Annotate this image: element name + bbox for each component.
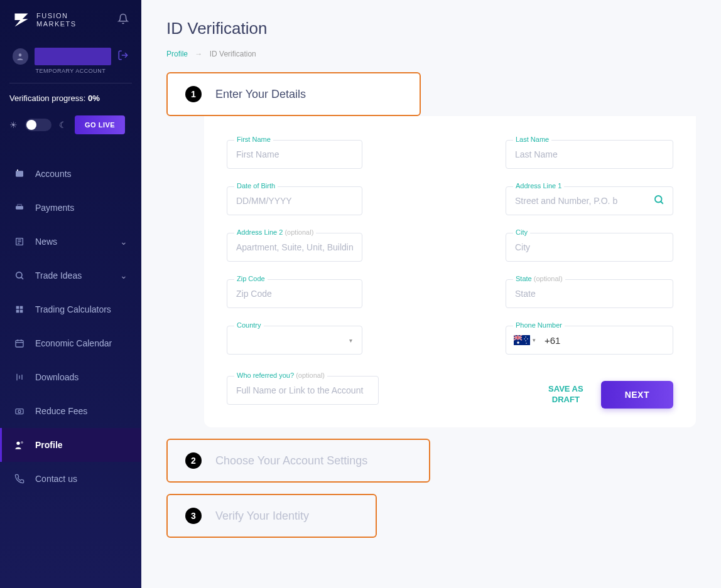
svg-point-33 — [525, 340, 526, 341]
svg-rect-11 — [16, 306, 19, 309]
svg-point-26 — [655, 196, 662, 203]
svg-point-9 — [16, 272, 22, 278]
logo-icon — [13, 11, 30, 29]
avatar — [13, 48, 28, 65]
sidebar-header: FUSIONMARKETS — [0, 0, 141, 40]
breadcrumb: Profile → ID Verification — [166, 50, 696, 58]
step-number: 1 — [185, 86, 202, 102]
field-label: Address Line 1 — [513, 182, 564, 190]
main-content: ID Verification Profile → ID Verificatio… — [141, 0, 721, 588]
nav-payments[interactable]: Payments — [0, 191, 141, 225]
address2-input[interactable] — [227, 233, 362, 262]
phone-country-selector[interactable]: ▾ — [510, 335, 539, 345]
zip-input[interactable] — [227, 279, 362, 308]
svg-rect-2 — [16, 171, 23, 176]
nav-label: Profile — [35, 440, 63, 450]
country-select[interactable] — [227, 326, 362, 355]
svg-point-35 — [526, 343, 527, 344]
form-panel: First Name Last Name Date of Birth Addre… — [204, 116, 696, 427]
nav-label: Contact us — [35, 474, 77, 484]
city-input[interactable] — [506, 233, 673, 262]
first-name-input[interactable] — [227, 140, 362, 169]
state-input[interactable] — [506, 279, 673, 308]
svg-rect-4 — [16, 206, 23, 209]
svg-point-34 — [524, 338, 525, 339]
last-name-input[interactable] — [506, 140, 673, 169]
nav-contact-us[interactable]: Contact us — [0, 462, 141, 496]
sidebar: FUSIONMARKETS TEMPORARY ACCOUNT Verifica… — [0, 0, 141, 588]
sun-icon: ☀ — [9, 120, 18, 130]
svg-point-0 — [19, 53, 22, 56]
step-title: Enter Your Details — [215, 88, 306, 101]
svg-rect-22 — [16, 409, 23, 414]
notifications-icon[interactable] — [117, 13, 129, 27]
breadcrumb-profile[interactable]: Profile — [166, 50, 188, 58]
moon-icon: ☾ — [59, 120, 67, 130]
phone-field: Phone Number ▾ — [506, 326, 673, 355]
step-1-header: 1 Enter Your Details — [166, 72, 421, 116]
nav-label: Reduce Fees — [35, 406, 87, 416]
svg-point-30 — [517, 341, 519, 344]
dob-input[interactable] — [227, 186, 362, 215]
svg-point-24 — [16, 442, 19, 445]
nav-label: Downloads — [35, 372, 79, 382]
svg-point-23 — [18, 410, 21, 413]
address2-field: Address Line 2 (optional) — [227, 233, 362, 262]
go-live-button[interactable]: GO LIVE — [75, 115, 125, 134]
logout-icon[interactable] — [117, 50, 129, 63]
svg-line-10 — [21, 277, 23, 279]
field-label: Zip Code — [234, 275, 268, 282]
first-name-field: First Name — [227, 140, 362, 169]
dob-field: Date of Birth — [227, 186, 362, 215]
nav-reduce-fees[interactable]: Reduce Fees — [0, 394, 141, 428]
svg-line-27 — [661, 201, 663, 204]
address1-field: Address Line 1 — [506, 186, 673, 215]
step-2-header[interactable]: 2 Choose Your Account Settings — [166, 439, 430, 483]
svg-rect-15 — [16, 340, 23, 347]
nav-label: Payments — [35, 203, 74, 213]
nav-label: Economic Calendar — [35, 338, 112, 348]
mode-row: ☀ ☾ GO LIVE — [0, 110, 141, 146]
nav-trade-ideas[interactable]: Trade Ideas ⌄ — [0, 259, 141, 292]
field-label: State (optional) — [513, 275, 565, 282]
field-label: City — [513, 228, 530, 236]
svg-rect-13 — [16, 310, 19, 313]
state-field: State (optional) — [506, 279, 673, 308]
next-button[interactable]: NEXT — [601, 381, 673, 409]
logo[interactable]: FUSIONMARKETS — [13, 11, 77, 29]
referral-input[interactable] — [227, 376, 379, 405]
downloads-icon — [14, 372, 25, 383]
step-title: Choose Your Account Settings — [215, 454, 367, 468]
page-title: ID Verification — [166, 19, 696, 38]
save-draft-button[interactable]: SAVE ASDRAFT — [548, 384, 583, 405]
step-3-header[interactable]: 3 Verify Your Identity — [166, 494, 377, 538]
nav-downloads[interactable]: Downloads — [0, 360, 141, 394]
nav-economic-calendar[interactable]: Economic Calendar — [0, 326, 141, 360]
user-block: TEMPORARY ACCOUNT — [0, 40, 141, 70]
field-label: Phone Number — [513, 321, 565, 329]
accounts-icon — [14, 168, 25, 179]
last-name-field: Last Name — [506, 140, 673, 169]
breadcrumb-arrow-icon: → — [195, 50, 202, 58]
city-field: City — [506, 233, 673, 262]
contact-icon — [14, 473, 25, 484]
nav-accounts[interactable]: Accounts — [0, 157, 141, 191]
username-redacted: TEMPORARY ACCOUNT — [35, 48, 112, 65]
chevron-down-icon: ⌄ — [120, 270, 127, 281]
calendar-icon — [14, 338, 25, 349]
field-label: First Name — [234, 136, 273, 143]
nav-label: News — [35, 237, 57, 247]
theme-toggle[interactable] — [25, 119, 52, 131]
svg-rect-12 — [20, 306, 23, 309]
svg-point-31 — [525, 336, 526, 338]
zip-field: Zip Code — [227, 279, 362, 308]
phone-input[interactable] — [539, 335, 669, 346]
search-icon[interactable] — [653, 194, 664, 208]
step-title: Verify Your Identity — [215, 510, 309, 523]
svg-rect-3 — [17, 169, 18, 171]
payments-icon — [14, 202, 25, 213]
nav-profile[interactable]: Profile — [0, 428, 141, 462]
address1-input[interactable] — [506, 186, 673, 215]
nav-trading-calculators[interactable]: Trading Calculators — [0, 292, 141, 326]
nav-news[interactable]: News ⌄ — [0, 225, 141, 259]
